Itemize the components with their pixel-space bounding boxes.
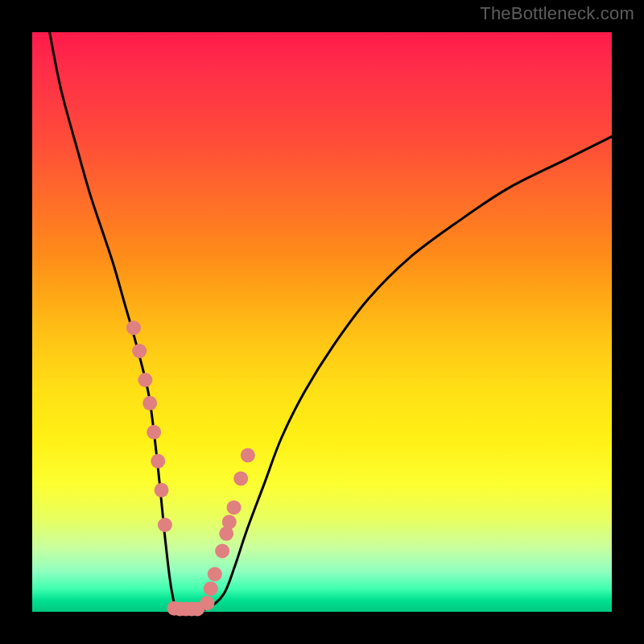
marker-dot: [158, 518, 172, 532]
marker-dot: [147, 425, 161, 440]
marker-dot: [151, 454, 165, 469]
marker-dot: [227, 500, 242, 514]
chart-svg: [32, 32, 612, 612]
watermark-text: TheBottleneck.com: [480, 5, 634, 23]
marker-dot: [204, 581, 218, 596]
marker-dot: [208, 567, 222, 581]
chart-stage: TheBottleneck.com: [0, 0, 644, 644]
marker-dot: [222, 514, 237, 529]
curve-markers: [126, 320, 255, 616]
marker-dot: [233, 471, 248, 485]
marker-dot: [138, 373, 152, 387]
marker-dot: [155, 483, 169, 497]
marker-dot: [200, 596, 214, 610]
plot-area: [32, 32, 612, 612]
marker-dot: [215, 543, 229, 558]
marker-dot: [126, 320, 141, 335]
marker-dot: [142, 396, 157, 411]
marker-dot: [241, 448, 255, 463]
marker-dot: [132, 344, 147, 358]
